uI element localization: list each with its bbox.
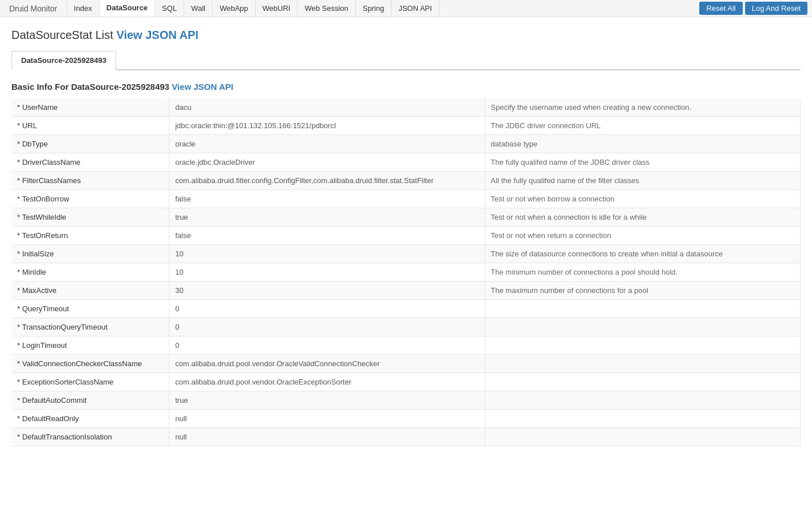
field-value: com.alibaba.druid.pool.vendor.OracleVali…	[169, 355, 485, 373]
section-heading-link[interactable]: View JSON API	[172, 82, 233, 92]
table-row: * UserNamedacuSpecify the username used …	[11, 98, 801, 117]
field-name: * URL	[11, 117, 169, 135]
field-description	[485, 391, 800, 410]
nav-link-weburi[interactable]: WebURI	[256, 0, 298, 17]
field-description: Test or not when a connection is idle fo…	[485, 208, 800, 227]
field-name: * LoginTimeout	[11, 336, 169, 355]
table-row: * DefaultTransactionIsolationnull	[11, 428, 801, 446]
field-description: The size of datasource connections to cr…	[485, 245, 800, 263]
table-row: * TestWhileIdletrueTest or not when a co…	[11, 208, 801, 227]
field-name: * ExceptionSorterClassName	[11, 373, 169, 391]
info-table: * UserNamedacuSpecify the username used …	[11, 98, 801, 446]
section-heading: Basic Info For DataSource-2025928493 Vie…	[11, 82, 801, 92]
field-description: Specify the username used when creating …	[485, 98, 800, 117]
field-value: 10	[169, 263, 485, 282]
field-value: 30	[169, 282, 485, 300]
table-row: * TransactionQueryTimeout0	[11, 318, 801, 336]
table-row: * DefaultAutoCommittrue	[11, 391, 801, 410]
field-description: The minimum number of connections a pool…	[485, 263, 800, 282]
nav-brand: Druid Monitor	[0, 0, 67, 17]
field-name: * UserName	[11, 98, 169, 117]
field-value: false	[169, 227, 485, 245]
field-name: * DriverClassName	[11, 153, 169, 172]
field-value: 0	[169, 318, 485, 336]
field-description	[485, 355, 800, 373]
field-description	[485, 410, 800, 428]
nav-links: Index DataSource SQL Wall WebApp WebURI …	[67, 0, 695, 17]
field-value: 10	[169, 245, 485, 263]
field-description	[485, 318, 800, 336]
page-title: DataSourceStat List View JSON API	[11, 29, 801, 42]
table-row: * DefaultReadOnlynull	[11, 410, 801, 428]
field-name: * QueryTimeout	[11, 300, 169, 318]
field-description: Test or not when borrow a connection	[485, 190, 800, 208]
nav-link-jsonapi[interactable]: JSON API	[391, 0, 439, 17]
field-description: Test or not when return a connection	[485, 227, 800, 245]
table-row: * LoginTimeout0	[11, 336, 801, 355]
field-value: oracle.jdbc.OracleDriver	[169, 153, 485, 172]
field-name: * DefaultTransactionIsolation	[11, 428, 169, 446]
field-description: The JDBC driver connection URL	[485, 117, 800, 135]
field-value: dacu	[169, 98, 485, 117]
table-row: * QueryTimeout0	[11, 300, 801, 318]
nav-link-sql[interactable]: SQL	[155, 0, 184, 17]
field-value: com.alibaba.druid.pool.vendor.OracleExce…	[169, 373, 485, 391]
field-name: * MinIdle	[11, 263, 169, 282]
field-name: * FilterClassNames	[11, 172, 169, 190]
field-name: * DefaultReadOnly	[11, 410, 169, 428]
table-row: * FilterClassNamescom.alibaba.druid.filt…	[11, 172, 801, 190]
field-description	[485, 373, 800, 391]
table-row: * TestOnReturnfalseTest or not when retu…	[11, 227, 801, 245]
field-value: true	[169, 208, 485, 227]
nav-link-index[interactable]: Index	[67, 0, 100, 17]
field-name: * TransactionQueryTimeout	[11, 318, 169, 336]
field-name: * DbType	[11, 135, 169, 153]
field-value: 0	[169, 300, 485, 318]
top-nav: Druid Monitor Index DataSource SQL Wall …	[0, 0, 812, 17]
page-title-link[interactable]: View JSON API	[116, 29, 198, 41]
field-description	[485, 336, 800, 355]
main-content: DataSourceStat List View JSON API DataSo…	[0, 17, 812, 458]
table-row: * ExceptionSorterClassNamecom.alibaba.dr…	[11, 373, 801, 391]
nav-link-websession[interactable]: Web Session	[298, 0, 355, 17]
field-name: * MaxActive	[11, 282, 169, 300]
field-value: oracle	[169, 135, 485, 153]
field-description: The fully qualifed name of the JDBC driv…	[485, 153, 800, 172]
page-title-static: DataSourceStat List	[11, 29, 113, 41]
nav-link-spring[interactable]: Spring	[356, 0, 392, 17]
field-description	[485, 300, 800, 318]
field-name: * TestOnBorrow	[11, 190, 169, 208]
table-row: * URLjdbc:oracle:thin:@101.132.105.166:1…	[11, 117, 801, 135]
field-value: null	[169, 428, 485, 446]
nav-link-datasource[interactable]: DataSource	[100, 0, 155, 17]
nav-buttons: Reset All Log And Reset	[695, 2, 812, 15]
tab-bar: DataSource-2025928493	[11, 51, 801, 70]
field-description: database type	[485, 135, 800, 153]
field-name: * TestOnReturn	[11, 227, 169, 245]
reset-all-button[interactable]: Reset All	[699, 2, 742, 15]
field-name: * TestWhileIdle	[11, 208, 169, 227]
nav-link-webapp[interactable]: WebApp	[213, 0, 256, 17]
field-value: null	[169, 410, 485, 428]
table-row: * TestOnBorrowfalseTest or not when borr…	[11, 190, 801, 208]
field-value: jdbc:oracle:thin:@101.132.105.166:1521/p…	[169, 117, 485, 135]
field-value: false	[169, 190, 485, 208]
field-description	[485, 428, 800, 446]
table-row: * InitialSize10The size of datasource co…	[11, 245, 801, 263]
field-value: 0	[169, 336, 485, 355]
table-row: * ValidConnectionCheckerClassNamecom.ali…	[11, 355, 801, 373]
table-row: * DriverClassNameoracle.jdbc.OracleDrive…	[11, 153, 801, 172]
table-row: * MinIdle10The minimum number of connect…	[11, 263, 801, 282]
field-value: true	[169, 391, 485, 410]
nav-link-wall[interactable]: Wall	[184, 0, 213, 17]
log-and-reset-button[interactable]: Log And Reset	[745, 2, 807, 15]
field-description: All the fully qualifed name of the filte…	[485, 172, 800, 190]
section-heading-static: Basic Info For DataSource-2025928493	[11, 82, 169, 92]
field-value: com.alibaba.druid.filter.config.ConfigFi…	[169, 172, 485, 190]
field-name: * DefaultAutoCommit	[11, 391, 169, 410]
field-name: * ValidConnectionCheckerClassName	[11, 355, 169, 373]
field-description: The maximum number of connections for a …	[485, 282, 800, 300]
tab-datasource[interactable]: DataSource-2025928493	[11, 51, 116, 70]
field-name: * InitialSize	[11, 245, 169, 263]
table-row: * DbTypeoracledatabase type	[11, 135, 801, 153]
